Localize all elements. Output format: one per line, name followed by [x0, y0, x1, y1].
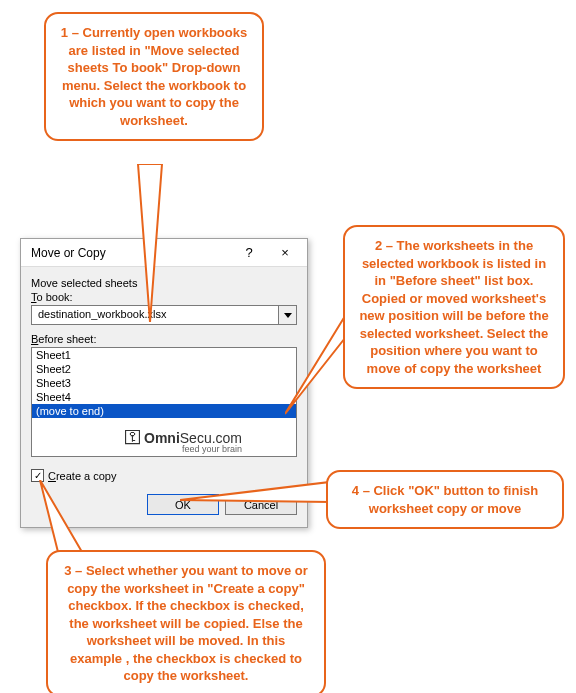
svg-marker-1	[285, 316, 345, 414]
svg-marker-2	[180, 482, 330, 502]
watermark: ⚿ OmniSecu.com feed your brain	[124, 430, 242, 454]
svg-marker-3	[40, 480, 82, 552]
help-button[interactable]: ?	[231, 240, 267, 266]
list-item[interactable]: Sheet1	[32, 348, 296, 362]
callout-1-text: 1 – Currently open workbooks are listed …	[61, 25, 247, 128]
close-icon: ×	[281, 245, 289, 260]
key-icon: ⚿	[124, 430, 142, 444]
callout-2-text: 2 – The worksheets in the selected workb…	[359, 238, 548, 376]
callout-3: 3 – Select whether you want to move or c…	[46, 550, 326, 693]
callout-4-tail	[180, 480, 340, 520]
list-item[interactable]: Sheet4	[32, 390, 296, 404]
svg-marker-0	[138, 164, 162, 322]
callout-4: 4 – Click "OK" button to finish workshee…	[326, 470, 564, 529]
list-item[interactable]: Sheet2	[32, 362, 296, 376]
callout-2: 2 – The worksheets in the selected workb…	[343, 225, 565, 389]
callout-1-tail	[116, 164, 176, 324]
callout-4-text: 4 – Click "OK" button to finish workshee…	[352, 483, 538, 516]
callout-3-tail	[34, 480, 114, 560]
list-item[interactable]: Sheet3	[32, 376, 296, 390]
list-item-selected[interactable]: (move to end)	[32, 404, 296, 418]
callout-3-text: 3 – Select whether you want to move or c…	[64, 563, 307, 683]
close-button[interactable]: ×	[267, 240, 303, 266]
callout-1: 1 – Currently open workbooks are listed …	[44, 12, 264, 141]
before-sheet-label: Before sheet:	[31, 333, 297, 345]
